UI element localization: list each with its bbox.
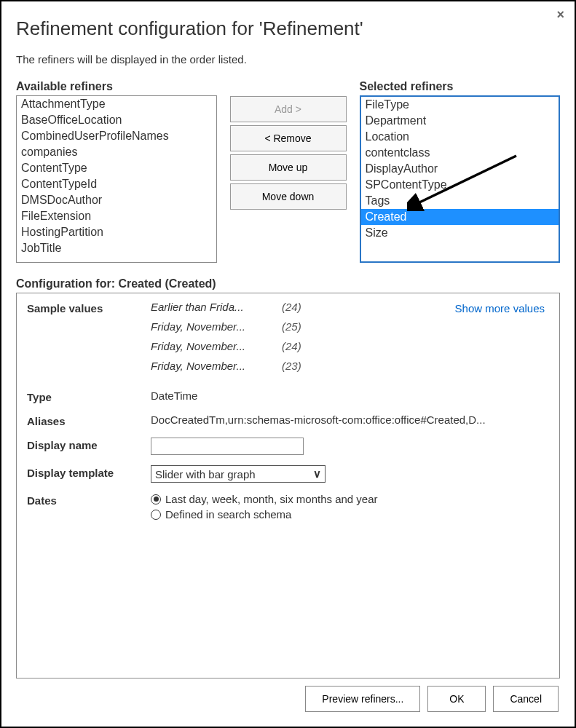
selected-header: Selected refiners <box>360 80 561 93</box>
chevron-down-icon: ∨ <box>313 467 321 480</box>
list-item[interactable]: contentclass <box>361 145 559 161</box>
selected-listbox[interactable]: FileTypeDepartmentLocationcontentclassDi… <box>360 95 561 263</box>
transfer-buttons: Add > < Remove Move up Move down <box>230 80 347 263</box>
refiner-columns: Available refiners AttachmentTypeBaseOff… <box>16 80 560 263</box>
display-template-row: Display template Slider with bar graph ∨ <box>27 465 549 483</box>
list-item[interactable]: DisplayAuthor <box>361 161 559 177</box>
add-button[interactable]: Add > <box>230 96 347 122</box>
sample-count: (24) <box>282 301 301 313</box>
dialog-subtitle: The refiners will be displayed in the or… <box>16 53 560 66</box>
list-item[interactable]: FileType <box>361 97 559 113</box>
sample-values-label: Sample values <box>27 301 151 314</box>
dates-label: Dates <box>27 493 151 507</box>
preview-refiners-button[interactable]: Preview refiners... <box>305 686 420 712</box>
radio-icon <box>151 510 161 520</box>
sample-value-item: Friday, November...(24) <box>151 340 549 352</box>
available-listbox[interactable]: AttachmentTypeBaseOfficeLocationCombined… <box>16 95 217 263</box>
sample-count: (23) <box>282 360 301 372</box>
list-item[interactable]: ContentTypeId <box>17 176 216 192</box>
sample-text: Friday, November... <box>151 340 275 352</box>
aliases-label: Aliases <box>27 414 151 427</box>
sample-text: Friday, November... <box>151 360 275 372</box>
type-value: DateTime <box>151 389 549 402</box>
radio-icon <box>151 494 161 505</box>
list-item[interactable]: JobTitle <box>17 240 216 256</box>
list-item[interactable]: Created <box>361 209 559 225</box>
list-item[interactable]: CombinedUserProfileNames <box>17 128 216 144</box>
show-more-link[interactable]: Show more values <box>455 302 545 314</box>
sample-value-item: Friday, November...(23) <box>151 360 549 372</box>
list-item[interactable]: companies <box>17 144 216 160</box>
move-down-button[interactable]: Move down <box>230 183 347 210</box>
ok-button[interactable]: OK <box>427 686 486 712</box>
list-item[interactable]: HostingPartition <box>17 224 216 240</box>
list-item[interactable]: BaseOfficeLocation <box>17 112 216 128</box>
dates-option-1-label: Last day, week, month, six months and ye… <box>165 493 378 505</box>
list-item[interactable]: FileExtension <box>17 208 216 224</box>
selected-column: Selected refiners FileTypeDepartmentLoca… <box>360 80 561 263</box>
available-column: Available refiners AttachmentTypeBaseOff… <box>16 80 217 263</box>
list-item[interactable]: Tags <box>361 193 559 209</box>
display-name-label: Display name <box>27 438 151 451</box>
display-template-label: Display template <box>27 465 151 479</box>
dialog-footer: Preview refiners... OK Cancel <box>305 686 559 712</box>
display-template-value: Slider with bar graph <box>155 468 256 480</box>
dates-option-2[interactable]: Defined in search schema <box>151 508 549 521</box>
list-item[interactable]: Size <box>361 225 559 241</box>
cancel-button[interactable]: Cancel <box>493 686 559 712</box>
display-name-row: Display name <box>27 438 549 455</box>
dates-row: Dates Last day, week, month, six months … <box>27 493 549 523</box>
sample-text: Earlier than Frida... <box>151 301 275 313</box>
config-header: Configuration for: Created (Created) <box>16 277 560 290</box>
close-icon[interactable]: × <box>556 7 564 23</box>
aliases-value: DocCreatedTm,urn:schemas-microsoft-com:o… <box>151 414 549 426</box>
dialog-title: Refinement configuration for 'Refinement… <box>16 17 560 40</box>
list-item[interactable]: ContentType <box>17 160 216 176</box>
dates-option-1[interactable]: Last day, week, month, six months and ye… <box>151 493 549 505</box>
list-item[interactable]: Location <box>361 129 559 145</box>
list-item[interactable]: Department <box>361 113 559 129</box>
sample-value-item: Friday, November...(25) <box>151 320 549 333</box>
refinement-dialog: × Refinement configuration for 'Refineme… <box>0 0 576 728</box>
list-item[interactable]: AttachmentType <box>17 96 216 112</box>
aliases-row: Aliases DocCreatedTm,urn:schemas-microso… <box>27 414 549 427</box>
dates-option-2-label: Defined in search schema <box>165 508 291 521</box>
sample-count: (24) <box>282 340 301 352</box>
move-up-button[interactable]: Move up <box>230 154 347 181</box>
display-template-dropdown[interactable]: Slider with bar graph ∨ <box>151 465 326 483</box>
type-label: Type <box>27 389 151 403</box>
sample-count: (25) <box>282 320 301 333</box>
available-header: Available refiners <box>16 80 217 93</box>
type-row: Type DateTime <box>27 389 549 403</box>
remove-button[interactable]: < Remove <box>230 125 347 151</box>
sample-text: Friday, November... <box>151 320 275 333</box>
config-panel: Show more values Sample values Earlier t… <box>16 293 560 678</box>
list-item[interactable]: SPContentType <box>361 177 559 193</box>
list-item[interactable]: DMSDocAuthor <box>17 192 216 208</box>
display-name-input[interactable] <box>151 438 304 455</box>
